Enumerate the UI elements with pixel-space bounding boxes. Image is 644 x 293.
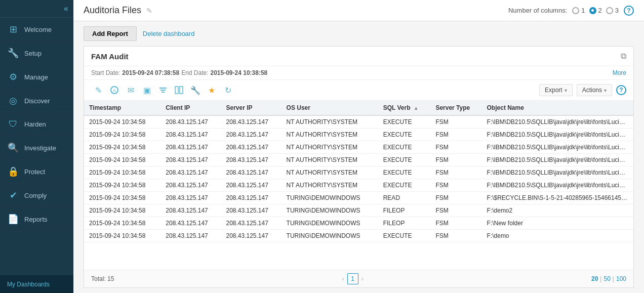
- col-1-radio[interactable]: [572, 7, 579, 14]
- sidebar-item-label: Setup: [24, 50, 42, 57]
- col-2-option[interactable]: 2: [589, 7, 602, 14]
- report-title: FAM Audit: [91, 52, 129, 61]
- cell-object_name: F:\IBM\DB210.5\SQLLIB\java\jdk\jre\lib\f…: [482, 166, 633, 179]
- sidebar-item-setup[interactable]: 🔧 Setup: [0, 41, 73, 65]
- report-help-icon[interactable]: ?: [616, 85, 626, 95]
- sidebar-collapse-button[interactable]: «: [0, 0, 73, 18]
- col-header-os-user[interactable]: OS User: [281, 101, 378, 115]
- cell-client_ip: 208.43.125.147: [160, 129, 221, 141]
- table-row[interactable]: 2015-09-24 10:34:58208.43.125.147208.43.…: [84, 230, 633, 242]
- my-dashboards-label: My Dashboards: [7, 281, 50, 288]
- cell-server_type: FSM: [430, 192, 481, 204]
- email-toolbar-icon[interactable]: ✉: [124, 83, 138, 97]
- report-header: FAM Audit ⧉: [84, 47, 633, 66]
- cell-os_user: NT AUTHORITY\SYSTEM: [281, 129, 378, 141]
- cell-timestamp: 2015-09-24 10:34:58: [84, 204, 160, 217]
- cell-timestamp: 2015-09-24 10:34:58: [84, 179, 160, 192]
- delete-dashboard-button[interactable]: Delete dashboard: [143, 30, 195, 37]
- sidebar-item-investigate[interactable]: 🔍 Investigate: [0, 136, 73, 160]
- page-size-100[interactable]: 100: [616, 275, 626, 282]
- edit-title-icon[interactable]: ✎: [146, 7, 152, 15]
- cell-server_type: FSM: [430, 129, 481, 141]
- col-header-timestamp[interactable]: Timestamp: [84, 101, 160, 115]
- cell-object_name: F:\IBM\DB210.5\SQLLIB\java\jdk\jre\lib\f…: [482, 141, 633, 154]
- edit-toolbar-icon[interactable]: ✎: [91, 83, 105, 97]
- cell-server_ip: 208.43.125.147: [221, 115, 281, 129]
- svg-text:A: A: [113, 88, 116, 93]
- sidebar-item-protect[interactable]: 🔒 Protect: [0, 160, 73, 184]
- current-page[interactable]: 1: [347, 273, 358, 284]
- table-row[interactable]: 2015-09-24 10:34:58208.43.125.147208.43.…: [84, 192, 633, 204]
- table-row[interactable]: 2015-09-24 10:34:58208.43.125.147208.43.…: [84, 204, 633, 217]
- col-header-sql-verb[interactable]: SQL Verb ▲: [378, 101, 431, 115]
- cell-client_ip: 208.43.125.147: [160, 166, 221, 179]
- topbar: Auditoria Files ✎ Number of columns: 1 2…: [73, 0, 644, 21]
- star-toolbar-icon[interactable]: ★: [205, 83, 219, 97]
- page-size-20[interactable]: 20: [591, 275, 598, 282]
- refresh-toolbar-icon[interactable]: ↻: [221, 83, 235, 97]
- more-link[interactable]: More: [613, 69, 626, 76]
- columns-toolbar-icon[interactable]: [172, 83, 186, 97]
- page-size-50[interactable]: 50: [603, 275, 610, 282]
- cell-object_name: F:\IBM\DB210.5\SQLLIB\java\jdk\jre\lib\f…: [482, 115, 633, 129]
- table-row[interactable]: 2015-09-24 10:34:58208.43.125.147208.43.…: [84, 154, 633, 166]
- table-container: Timestamp Client IP Server IP OS User SQ…: [84, 101, 633, 270]
- cell-os_user: TURING\DEMOWINDOWS: [281, 204, 378, 217]
- actions-button[interactable]: Actions ▾: [577, 84, 612, 96]
- actions-caret: ▾: [604, 88, 607, 93]
- svg-rect-5: [175, 87, 178, 94]
- sidebar-item-label: Protect: [24, 168, 45, 176]
- col-3-option[interactable]: 3: [606, 7, 619, 14]
- window-toolbar-icon[interactable]: ▣: [140, 83, 154, 97]
- dates-left: Start Date: 2015-09-24 07:38:58 End Date…: [91, 69, 267, 76]
- columns-label: Number of columns:: [508, 7, 567, 14]
- filter-toolbar-icon[interactable]: [156, 83, 170, 97]
- col-header-server-type[interactable]: Server Type: [430, 101, 481, 115]
- table-row[interactable]: 2015-09-24 10:34:58208.43.125.147208.43.…: [84, 166, 633, 179]
- table-row[interactable]: 2015-09-24 10:34:58208.43.125.147208.43.…: [84, 217, 633, 230]
- cell-client_ip: 208.43.125.147: [160, 141, 221, 154]
- sidebar-item-label: Investigate: [24, 144, 56, 152]
- sidebar-item-reports[interactable]: 📄 Reports: [0, 207, 73, 231]
- badge-toolbar-icon[interactable]: A: [107, 83, 122, 97]
- table-row[interactable]: 2015-09-24 10:34:58208.43.125.147208.43.…: [84, 115, 633, 129]
- export-button[interactable]: Export ▾: [539, 84, 573, 96]
- start-date-value: 2015-09-24 07:38:58: [122, 69, 179, 76]
- col-2-radio[interactable]: [589, 7, 596, 14]
- cell-server_ip: 208.43.125.147: [221, 179, 281, 192]
- table-row[interactable]: 2015-09-24 10:34:58208.43.125.147208.43.…: [84, 141, 633, 154]
- svg-rect-6: [180, 87, 183, 94]
- prev-page-button[interactable]: ‹: [342, 275, 344, 282]
- cell-server_ip: 208.43.125.147: [221, 192, 281, 204]
- cell-timestamp: 2015-09-24 10:34:58: [84, 217, 160, 230]
- main-content: Auditoria Files ✎ Number of columns: 1 2…: [73, 0, 644, 293]
- manage-icon: ⚙: [7, 71, 19, 82]
- next-page-button[interactable]: ›: [361, 275, 364, 282]
- reports-icon: 📄: [7, 214, 19, 225]
- sidebar-item-discover[interactable]: ◎ Discover: [0, 89, 73, 113]
- topbar-help-icon[interactable]: ?: [624, 6, 634, 16]
- cell-server_type: FSM: [430, 230, 481, 242]
- col-header-server-ip[interactable]: Server IP: [221, 101, 281, 115]
- sidebar-item-harden[interactable]: 🛡 Harden: [0, 113, 73, 136]
- add-report-button[interactable]: Add Report: [84, 26, 137, 41]
- cell-object_name: F:\New folder: [482, 217, 633, 230]
- table-row[interactable]: 2015-09-24 10:34:58208.43.125.147208.43.…: [84, 179, 633, 192]
- col-header-object-name[interactable]: Object Name: [482, 101, 633, 115]
- cell-os_user: NT AUTHORITY\SYSTEM: [281, 154, 378, 166]
- sidebar-item-welcome[interactable]: ⊞ Welcome: [0, 18, 73, 41]
- harden-icon: 🛡: [7, 119, 19, 130]
- wrench-toolbar-icon[interactable]: 🔧: [188, 83, 203, 97]
- col-header-client-ip[interactable]: Client IP: [160, 101, 221, 115]
- sidebar-item-manage[interactable]: ⚙ Manage: [0, 65, 73, 89]
- actions-label: Actions: [582, 87, 602, 94]
- sidebar: « ⊞ Welcome 🔧 Setup ⚙ Manage ◎ Discover …: [0, 0, 73, 293]
- cell-os_user: TURING\DEMOWINDOWS: [281, 192, 378, 204]
- sidebar-bottom[interactable]: My Dashboards: [0, 275, 73, 293]
- topbar-left: Auditoria Files ✎: [84, 5, 152, 16]
- col-3-radio[interactable]: [606, 7, 613, 14]
- col-1-option[interactable]: 1: [572, 7, 585, 14]
- maximize-icon[interactable]: ⧉: [621, 52, 626, 61]
- table-row[interactable]: 2015-09-24 10:34:58208.43.125.147208.43.…: [84, 129, 633, 141]
- sidebar-item-comply[interactable]: ✔ Comply: [0, 184, 73, 207]
